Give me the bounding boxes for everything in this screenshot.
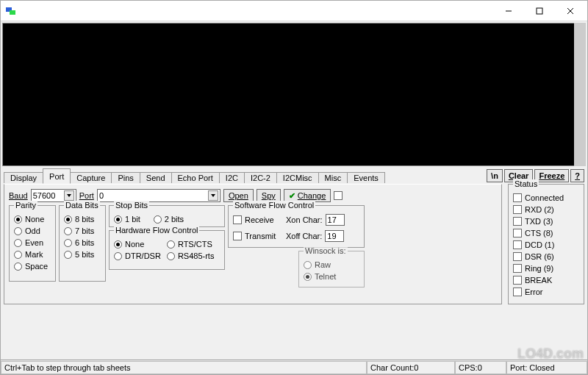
tab-port[interactable]: Port (43, 168, 71, 184)
parity-space[interactable]: Space (14, 260, 51, 272)
tab-send[interactable]: Send (140, 172, 172, 183)
status-rxd: RXD (2) (513, 204, 581, 215)
freeze-button[interactable]: Freeze (534, 169, 569, 182)
databits-5[interactable]: 5 bits (64, 249, 101, 260)
tab-i2cmisc[interactable]: I2CMisc (276, 172, 319, 183)
xoff-char-input[interactable]: 19 (325, 230, 344, 242)
hwflow-none[interactable]: None (114, 238, 161, 250)
stopbits-2[interactable]: 2 bits (154, 213, 184, 225)
statusbar: Ctrl+Tab to step through tab sheets Char… (1, 360, 587, 374)
tab-events[interactable]: Events (347, 172, 385, 183)
hwflow-dtrdsr[interactable]: DTR/DSR (114, 250, 161, 262)
status-ring: Ring (9) (513, 262, 581, 274)
tab-capture[interactable]: Capture (70, 172, 112, 183)
winsock-raw[interactable]: Raw (304, 259, 359, 271)
statusbar-hint: Ctrl+Tab to step through tab sheets (1, 361, 367, 374)
terminal-scrollbar[interactable] (574, 23, 586, 166)
status-error: Error (513, 286, 581, 298)
change-checkbox[interactable] (334, 191, 343, 200)
parity-odd[interactable]: Odd (14, 225, 51, 237)
parity-mark[interactable]: Mark (14, 249, 51, 260)
status-group: Status Connected RXD (2) TXD (3) CTS (8)… (508, 184, 584, 304)
status-dcd: DCD (1) (513, 239, 581, 251)
swflow-receive-check[interactable] (233, 215, 242, 224)
port-label: Port (79, 191, 94, 200)
stopbits-group: Stop Bits 1 bit 2 bits (109, 205, 225, 227)
status-connected: Connected (513, 192, 581, 204)
svg-rect-3 (537, 8, 542, 14)
help-button[interactable]: ? (570, 169, 584, 182)
hwflow-rs485[interactable]: RS485-rts (167, 250, 215, 262)
terminal-output[interactable] (2, 23, 576, 166)
winsock-group: Winsock is: Raw Telnet (298, 251, 365, 288)
parity-even[interactable]: Even (14, 237, 51, 249)
tab-display[interactable]: Display (4, 172, 43, 183)
tab-i2c[interactable]: I2C (219, 172, 245, 183)
newline-button[interactable]: \n (487, 169, 503, 182)
tab-i2c-2[interactable]: I2C-2 (244, 172, 277, 183)
maximize-button[interactable] (524, 1, 555, 21)
status-cts: CTS (8) (513, 227, 581, 239)
titlebar (1, 1, 587, 21)
port-panel: Baud 57600 Port 0 Open Spy ✔Change Parit… (4, 184, 502, 304)
status-dsr: DSR (6) (513, 251, 581, 262)
databits-7[interactable]: 7 bits (64, 225, 101, 237)
tab-pins[interactable]: Pins (111, 172, 140, 183)
baud-label: Baud (9, 191, 28, 200)
close-button[interactable] (555, 1, 586, 21)
tab-echo-port[interactable]: Echo Port (171, 172, 220, 183)
tab-misc[interactable]: Misc (318, 172, 348, 183)
statusbar-charcount: Char Count:0 (367, 361, 455, 374)
tab-strip: Display Port Capture Pins Send Echo Port… (1, 168, 587, 184)
hwflow-group: Hardware Flow Control None DTR/DSR RTS/C… (109, 230, 225, 270)
chevron-down-icon (64, 190, 74, 201)
parity-none[interactable]: None (14, 213, 51, 225)
databits-6[interactable]: 6 bits (64, 237, 101, 249)
status-break: BREAK (513, 274, 581, 286)
parity-group: Parity None Odd Even Mark Space (9, 205, 56, 282)
app-icon (5, 5, 17, 17)
chevron-down-icon (208, 190, 218, 201)
svg-rect-1 (10, 10, 15, 15)
statusbar-cps: CPS:0 (455, 361, 506, 374)
check-icon: ✔ (289, 191, 295, 201)
stopbits-1[interactable]: 1 bit (114, 213, 140, 225)
status-txd: TXD (3) (513, 215, 581, 227)
xon-char-input[interactable]: 17 (326, 214, 345, 226)
app-window: Display Port Capture Pins Send Echo Port… (0, 0, 588, 375)
swflow-group: Software Flow Control Receive Xon Char: … (228, 205, 365, 248)
minimize-button[interactable] (493, 1, 524, 21)
winsock-telnet[interactable]: Telnet (304, 271, 359, 282)
swflow-transmit-check[interactable] (233, 232, 242, 240)
hwflow-rtscts[interactable]: RTS/CTS (167, 238, 215, 250)
statusbar-port: Port: Closed (506, 361, 587, 374)
databits-group: Data Bits 8 bits 7 bits 6 bits 5 bits (59, 205, 106, 282)
databits-8[interactable]: 8 bits (64, 213, 101, 225)
